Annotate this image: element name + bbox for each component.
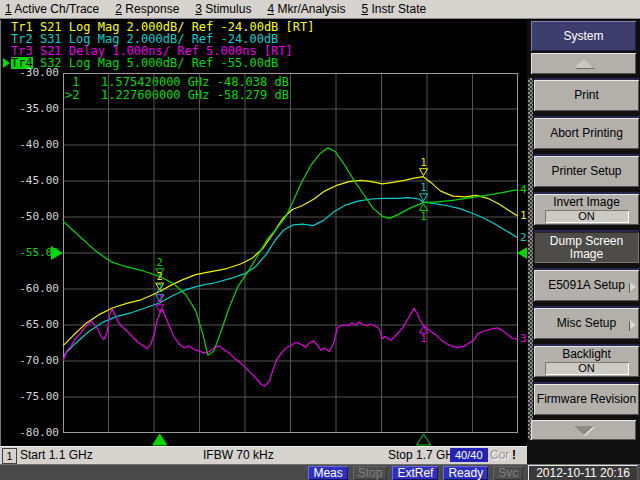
- softkey-label: Misc Setup: [557, 317, 616, 330]
- channel-number: 1: [2, 448, 17, 464]
- y-axis-label: -60.00: [1, 282, 59, 295]
- correction-indicator: Cor: [490, 448, 509, 462]
- status-badge-meas: Meas: [308, 466, 347, 480]
- marker-1-glyph[interactable]: [420, 204, 428, 211]
- trace-number-label: 4: [520, 183, 527, 196]
- toggle-state: ON: [545, 362, 629, 375]
- status-badge-stop: Stop: [353, 466, 388, 480]
- alert-indicator: !: [512, 448, 516, 462]
- softkey-label: Printer Setup: [551, 165, 621, 178]
- softkey-backlight[interactable]: BacklightON: [534, 344, 639, 377]
- menu-item-active-ch-trace[interactable]: 1 Active Ch/Trace: [5, 2, 99, 16]
- marker-1-number: 1: [421, 182, 427, 193]
- softkey-label: E5091A Setup: [548, 279, 625, 292]
- marker-2-number: 2: [157, 293, 163, 304]
- menu-item-stimulus[interactable]: 3 Stimulus: [195, 2, 251, 16]
- down-arrow-icon: [574, 426, 594, 435]
- y-axis-label: -70.00: [1, 354, 59, 367]
- trace-format: S32 Log Mag 5.000dB/ Ref -55.00dB: [33, 57, 279, 69]
- y-axis-label: -40.00: [1, 138, 59, 151]
- softkey-label: Dump Screen Image: [534, 235, 639, 261]
- softkey-firmware-revision[interactable]: Firmware Revision: [534, 382, 639, 415]
- grid-lines: [63, 73, 518, 433]
- menu-bar: 1 Active Ch/Trace2 Response3 Stimulus4 M…: [0, 0, 640, 19]
- y-axis-label: -65.00: [1, 318, 59, 331]
- softkey-scroll-up-button[interactable]: [531, 53, 636, 74]
- marker-1-number: 1: [421, 211, 427, 222]
- ifbw-label: IFBW 70 kHz: [203, 448, 274, 462]
- y-axis-label: -75.00: [1, 390, 59, 403]
- up-arrow-icon: [574, 59, 594, 68]
- softkey-label: Firmware Revision: [537, 393, 636, 406]
- toggle-state: ON: [545, 210, 629, 223]
- menu-access-key: 1: [5, 2, 12, 16]
- softkey-printer-setup[interactable]: Printer Setup: [534, 154, 639, 187]
- menu-access-key: 3: [195, 2, 202, 16]
- marker-1-number: 1: [421, 157, 427, 168]
- trace-number-label: 2: [520, 231, 527, 244]
- softkey-dump-screen-image[interactable]: Dump Screen Image: [534, 230, 639, 263]
- y-axis-label: -35.00: [1, 102, 59, 115]
- y-axis-label: -50.00: [1, 210, 59, 223]
- marker-1-glyph[interactable]: [420, 326, 428, 333]
- y-axis-label: -30.00: [1, 66, 59, 79]
- analyzer-window: 1 Active Ch/Trace2 Response3 Stimulus4 M…: [0, 0, 640, 480]
- instrument-status-bar: MeasStopExtRefReadySvc 2012-10-11 20:16: [0, 464, 640, 480]
- submenu-arrow-icon: [630, 320, 636, 330]
- menu-access-key: 4: [267, 2, 274, 16]
- marker-2-number: 2: [157, 271, 163, 282]
- softkey-label: Backlight: [562, 348, 611, 361]
- softkey-abort-printing[interactable]: Abort Printing: [534, 116, 639, 149]
- stimulus-marker-strip: [63, 433, 518, 447]
- stimulus-bar: 1 Start 1.1 GHz IFBW 70 kHz Stop 1.7 GHz…: [0, 446, 527, 464]
- datetime-display: 2012-10-11 20:16: [528, 465, 638, 480]
- trace-number-label: 3: [520, 332, 527, 345]
- menu-access-key: 2: [115, 2, 122, 16]
- status-badges: MeasStopExtRefReadySvc: [308, 466, 523, 480]
- trace-number-label: 1: [520, 209, 527, 222]
- softkey-scroll-down-button[interactable]: [531, 420, 636, 440]
- softkey-scrollbar-track[interactable]: [528, 78, 533, 440]
- softkey-label: Print: [574, 89, 599, 102]
- graticule-plot: 11112222: [63, 73, 518, 433]
- menu-item-response[interactable]: 2 Response: [115, 2, 179, 16]
- stimulus-marker-2-triangle[interactable]: [153, 434, 167, 445]
- menu-item-mkr-analysis[interactable]: 4 Mkr/Analysis: [267, 2, 345, 16]
- softkey-invert-image[interactable]: Invert ImageON: [534, 192, 639, 225]
- status-badge-extref: ExtRef: [392, 466, 438, 480]
- sweep-points-badge: 40/40: [450, 448, 488, 462]
- softkey-label: Invert Image: [553, 196, 620, 209]
- softkey-sidebar: System PrintAbort PrintingPrinter SetupI…: [527, 20, 640, 464]
- y-axis-label: -80.00: [1, 426, 59, 439]
- stimulus-marker-1-triangle[interactable]: [417, 434, 431, 445]
- softkey-label: Abort Printing: [550, 127, 623, 140]
- status-badge-ready: Ready: [443, 466, 488, 480]
- trace-legend: Tr1 S21 Log Mag 2.000dB/ Ref -24.00dB [R…: [3, 21, 314, 69]
- menu-access-key: 5: [361, 2, 368, 16]
- y-axis-label: -45.00: [1, 174, 59, 187]
- softkey-list: PrintAbort PrintingPrinter SetupInvert I…: [534, 78, 639, 420]
- marker-1-number: 1: [421, 333, 427, 344]
- softkey-misc-setup[interactable]: Misc Setup: [534, 306, 639, 339]
- menu-item-instr-state[interactable]: 5 Instr State: [361, 2, 426, 16]
- softkey-print[interactable]: Print: [534, 78, 639, 111]
- measurement-screen: Tr1 S21 Log Mag 2.000dB/ Ref -24.00dB [R…: [0, 20, 527, 446]
- softkey-menu-title: System: [531, 21, 636, 51]
- status-badge-svc: Svc: [493, 466, 523, 480]
- submenu-arrow-icon: [630, 282, 636, 292]
- marker-1-glyph[interactable]: [420, 169, 428, 176]
- start-frequency: Start 1.1 GHz: [20, 448, 93, 462]
- softkey-e5091a-setup[interactable]: E5091A Setup: [534, 268, 639, 301]
- ref-level-arrow-left: [51, 246, 63, 260]
- marker-2-number: 2: [157, 257, 163, 268]
